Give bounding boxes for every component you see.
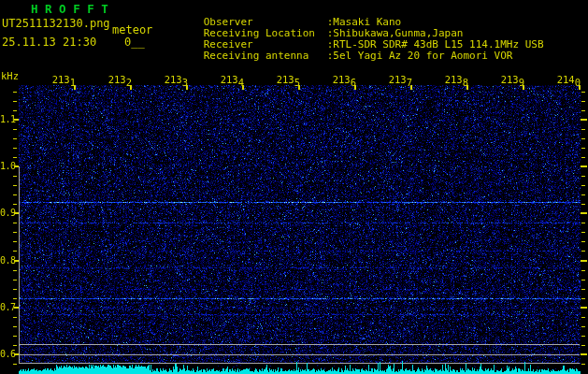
time-label-head: 213 [333,74,351,85]
time-axis-label: 2139 [496,74,524,85]
time-label-minute-digit: 9 [519,77,524,88]
info-label: Receiving antenna [204,50,327,62]
time-label-head: 213 [501,74,519,85]
time-axis-label: 2134 [216,74,244,85]
time-label-head: 213 [52,74,70,85]
time-label-minute-digit: 8 [463,77,468,88]
time-label-minute-digit: 4 [238,77,244,88]
time-label-head: 214 [557,74,575,85]
time-label-head: 213 [108,74,126,85]
time-axis-label: 2140 [552,74,581,85]
time-label-minute-digit: 7 [407,77,412,88]
time-label-head: 213 [277,74,294,85]
info-row-antenna: Receiving antenna:5el Yagi Az 20 for Aom… [166,37,512,74]
time-axis-label: 2132 [104,74,132,85]
output-filename: UT2511132130.png [2,18,110,30]
app-title: H R O F F T [31,3,108,16]
frequency-axis-label: 0.9 [0,208,14,218]
time-label-minute-digit: 2 [126,77,132,88]
frequency-axis-label: 0.8 [0,255,14,266]
time-label-head: 213 [445,74,463,85]
time-label-minute-digit: 1 [70,77,76,88]
frequency-axis-label: 1.0 [0,161,14,171]
frequency-axis-label: 0.7 [0,302,14,312]
time-axis-label: 2135 [272,74,300,85]
time-label-minute-digit: 5 [294,77,300,88]
time-label-minute-digit: 0 [575,77,581,88]
info-value: :5el Yagi Az 20 for Aomori VOR [327,50,513,62]
time-label-minute-digit: 6 [351,77,356,88]
time-axis-label: 2138 [440,74,468,85]
y-axis-unit: kHz [1,71,19,82]
time-axis-label: 2133 [160,74,188,85]
timestamp: 25.11.13 21:30 [2,36,96,49]
time-label-head: 213 [389,74,407,85]
time-axis-label: 2136 [328,74,356,85]
time-axis-label: 2131 [48,74,76,85]
frequency-axis-label: 0.6 [0,349,14,359]
time-axis-label: 2137 [384,74,412,85]
echo-count: 0__ [124,36,145,49]
time-label-head: 213 [165,74,182,85]
time-label-minute-digit: 3 [182,77,188,88]
frequency-axis-label: 1.1 [0,114,14,124]
time-label-head: 213 [221,74,238,85]
hrofft-output: H R O F F T UT2511132130.png meteor 25.1… [0,0,588,374]
